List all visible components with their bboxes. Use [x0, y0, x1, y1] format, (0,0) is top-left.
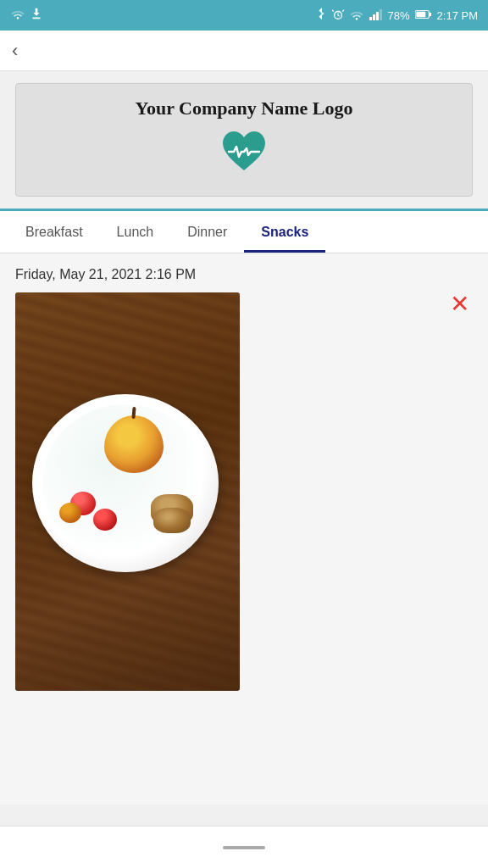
- tomato-2: [93, 509, 117, 531]
- status-bar-left: [10, 7, 42, 24]
- svg-rect-6: [416, 11, 425, 16]
- logo-banner: Your Company Name Logo: [15, 83, 473, 197]
- tab-snacks[interactable]: Snacks: [244, 211, 325, 253]
- apple: [104, 415, 164, 473]
- download-icon: [30, 7, 42, 24]
- bluetooth-icon: [317, 8, 327, 24]
- status-bar: 78% 2:17 PM: [0, 0, 488, 31]
- status-bar-right: 78% 2:17 PM: [317, 8, 478, 24]
- main-content: Friday, May 21, 2021 2:16 PM ✕: [0, 253, 488, 804]
- back-button[interactable]: ‹: [12, 42, 18, 60]
- svg-rect-4: [380, 9, 382, 20]
- battery-percentage: 78%: [388, 9, 410, 22]
- wifi-2-icon: [349, 8, 364, 23]
- tab-lunch[interactable]: Lunch: [100, 211, 171, 253]
- svg-rect-2: [373, 14, 375, 20]
- tab-dinner[interactable]: Dinner: [170, 211, 244, 253]
- close-button[interactable]: ✕: [450, 292, 469, 316]
- svg-rect-3: [376, 12, 379, 20]
- battery-icon: [415, 9, 432, 22]
- food-image[interactable]: [15, 292, 240, 691]
- company-name: Your Company Name Logo: [136, 97, 353, 120]
- home-indicator: [223, 846, 265, 849]
- meal-tabs: Breakfast Lunch Dinner Snacks: [0, 211, 488, 253]
- signal-icon: [369, 8, 383, 23]
- alarm-icon: [332, 8, 344, 23]
- wifi-icon: [10, 8, 25, 23]
- bottom-bar: [0, 826, 488, 868]
- entry-date: Friday, May 21, 2021 2:16 PM: [15, 267, 473, 282]
- walnut: [151, 494, 193, 525]
- time-display: 2:17 PM: [437, 9, 478, 22]
- tomato-3: [59, 503, 81, 523]
- tab-breakfast[interactable]: Breakfast: [8, 211, 100, 253]
- svg-rect-1: [369, 17, 372, 20]
- top-nav: ‹: [0, 31, 488, 71]
- heart-logo-icon: [219, 128, 269, 179]
- food-card: ✕: [15, 292, 473, 691]
- food-photo-bg: [15, 292, 240, 691]
- svg-rect-7: [429, 12, 430, 16]
